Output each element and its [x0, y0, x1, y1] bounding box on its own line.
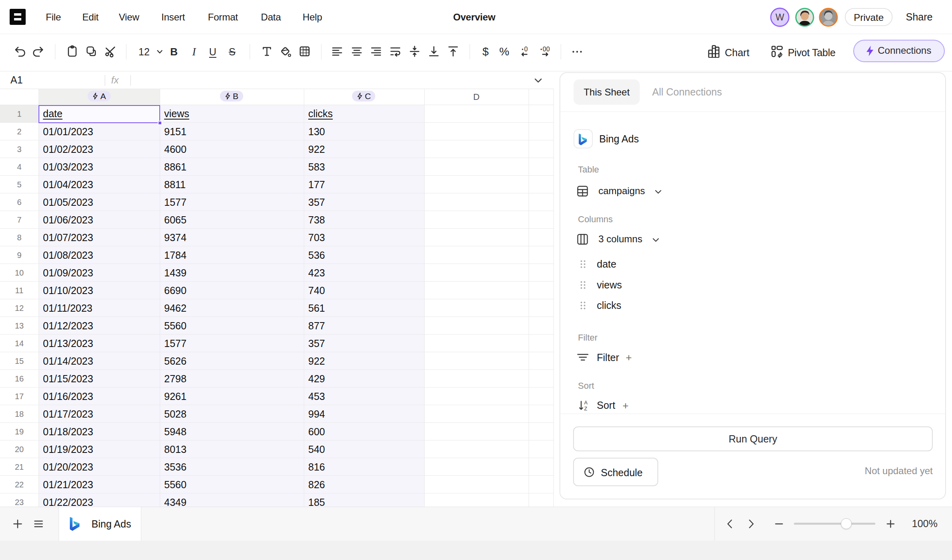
svg-text:W: W [775, 12, 784, 22]
svg-text:Z: Z [584, 406, 588, 412]
svg-text:A: A [584, 400, 588, 406]
svg-text:00: 00 [543, 46, 550, 53]
svg-text:0: 0 [524, 46, 528, 53]
